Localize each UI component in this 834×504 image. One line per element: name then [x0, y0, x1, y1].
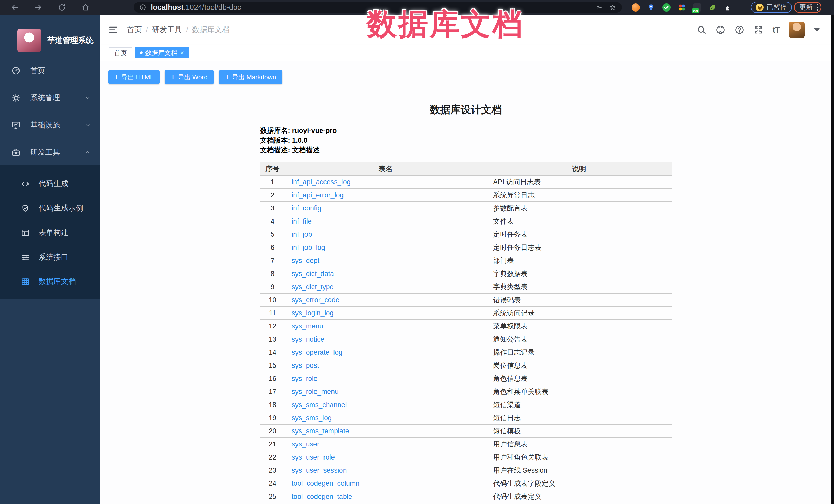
extension-grid-icon[interactable]: [678, 3, 686, 12]
extension-orange-icon[interactable]: [632, 3, 640, 12]
tag-label: 数据库文档: [145, 49, 177, 57]
bookmark-star-icon[interactable]: [609, 4, 616, 11]
sidebar-collapse-icon[interactable]: [108, 24, 119, 35]
breadcrumb-separator: /: [186, 26, 188, 34]
table-name-link[interactable]: sys_sms_template: [292, 427, 349, 435]
table-name-link[interactable]: sys_role_menu: [292, 388, 338, 396]
table-name-link[interactable]: inf_api_access_log: [292, 178, 351, 186]
table-header-row: 序号表名说明: [260, 162, 672, 176]
github-icon[interactable]: [716, 25, 725, 35]
fullscreen-icon[interactable]: [753, 25, 763, 35]
doc-meta-label: 数据库名:: [260, 127, 292, 134]
browser-update-chip[interactable]: 更新: [794, 2, 821, 13]
browser-menu-icon[interactable]: [817, 4, 818, 10]
table-name-link[interactable]: sys_dept: [292, 257, 320, 264]
extension-leaf-icon[interactable]: [709, 3, 717, 12]
doc-meta-line: 文档描述: 文档描述: [260, 145, 337, 155]
extension-pin-icon[interactable]: [647, 3, 655, 12]
chevron-up-icon: [84, 149, 91, 156]
tags-view: 首页数据库文档×: [100, 45, 834, 61]
table-cell-index: 7: [260, 254, 285, 267]
table-cell-description: 字典类型表: [486, 503, 672, 504]
table-name-link[interactable]: inf_job_log: [292, 244, 325, 251]
table-name-link[interactable]: sys_error_code: [292, 296, 339, 304]
table-name-link[interactable]: sys_dict_data: [292, 270, 334, 278]
document-title: 数据库设计文档: [260, 103, 672, 117]
table-column-header: 说明: [486, 162, 672, 176]
sidebar-item-home[interactable]: 首页: [0, 58, 100, 84]
table-cell-description: 角色和菜单关联表: [486, 385, 672, 398]
table-cell-name: sys_role: [285, 372, 486, 385]
table-name-link[interactable]: sys_post: [292, 361, 319, 369]
export-button-label: 导出 Markdown: [232, 73, 276, 82]
table-row: 2inf_api_error_log系统异常日志: [260, 189, 672, 202]
table-row: 16sys_role角色信息表: [260, 372, 672, 385]
table-name-link[interactable]: sys_user_session: [292, 466, 347, 474]
forward-icon[interactable]: [34, 3, 43, 12]
export-button[interactable]: +导出 Markdown: [219, 70, 282, 84]
table-name-link[interactable]: inf_api_error_log: [292, 191, 344, 199]
export-button[interactable]: +导出 Word: [165, 70, 214, 84]
page-scrollbar[interactable]: [831, 15, 834, 504]
gear-icon: [11, 93, 21, 103]
extension-check-icon[interactable]: [662, 3, 671, 12]
table-cell-index: 18: [260, 398, 285, 412]
table-name-link[interactable]: sys_sms_log: [292, 414, 332, 422]
sidebar-item-infra[interactable]: 基础设施: [0, 112, 100, 138]
table-cell-name: sys_login_log: [285, 307, 486, 320]
url-text[interactable]: localhost:1024/tool/db-doc: [151, 3, 241, 12]
sidebar-subitem-代码生成示例[interactable]: 代码生成示例: [0, 196, 100, 220]
table-name-link[interactable]: tool_codegen_table: [292, 493, 352, 500]
profile-paused-chip[interactable]: 已暂停: [751, 2, 792, 13]
key-icon[interactable]: [596, 4, 602, 11]
table-cell-index: 10: [260, 293, 285, 307]
tag-active-dot: [140, 51, 142, 54]
sidebar-subitem-表单构建[interactable]: 表单构建: [0, 220, 100, 245]
table-name-link[interactable]: sys_user: [292, 440, 320, 448]
annotation-watermark: 数据库文档: [367, 4, 524, 44]
table-name-link[interactable]: tool_codegen_column: [292, 480, 359, 487]
sidebar-subitem-代码生成[interactable]: 代码生成: [0, 172, 100, 196]
extension-puzzle-icon[interactable]: [724, 3, 732, 12]
back-icon[interactable]: [10, 3, 19, 12]
tag-首页[interactable]: 首页: [109, 47, 132, 58]
table-name-link[interactable]: inf_config: [292, 204, 322, 212]
chevron-down-icon[interactable]: [814, 28, 819, 31]
reload-icon[interactable]: [58, 3, 66, 12]
sidebar: 芋道管理系统 首页系统管理基础设施研发工具 代码生成代码生成示例表单构建系统接口…: [0, 15, 100, 504]
table-cell-description: 用户和角色关联表: [486, 451, 672, 464]
extension-on-icon[interactable]: on: [693, 3, 701, 12]
export-button[interactable]: +导出 HTML: [108, 70, 159, 84]
table-grid-icon: [21, 277, 29, 286]
breadcrumb-item[interactable]: 研发工具: [152, 25, 182, 35]
table-name-link[interactable]: sys_role: [292, 375, 317, 382]
app-logo-row[interactable]: 芋道管理系统: [0, 25, 100, 56]
site-info-icon[interactable]: [139, 4, 146, 11]
table-name-link[interactable]: sys_dict_type: [292, 283, 334, 291]
table-name-link[interactable]: sys_user_role: [292, 453, 335, 461]
sidebar-subitem-系统接口[interactable]: 系统接口: [0, 245, 100, 269]
table-name-link[interactable]: sys_notice: [292, 335, 325, 343]
table-name-link[interactable]: inf_file: [292, 217, 312, 225]
toolbox-icon: [11, 148, 21, 157]
help-icon[interactable]: [734, 25, 744, 35]
table-name-link[interactable]: sys_operate_log: [292, 349, 343, 356]
table-name-link[interactable]: sys_sms_channel: [292, 401, 347, 409]
font-size-icon[interactable]: tT: [773, 25, 780, 35]
sidebar-item-system[interactable]: 系统管理: [0, 85, 100, 111]
tag-数据库文档[interactable]: 数据库文档×: [135, 47, 189, 58]
tag-close-icon[interactable]: ×: [180, 50, 184, 56]
breadcrumb-item[interactable]: 首页: [127, 25, 142, 35]
table-name-link[interactable]: inf_job: [292, 231, 312, 238]
table-cell-index: 4: [260, 215, 285, 228]
home-icon[interactable]: [81, 3, 90, 12]
table-name-link[interactable]: sys_login_log: [292, 309, 334, 317]
search-icon[interactable]: [697, 25, 706, 35]
table-cell-name: sys_sms_log: [285, 412, 486, 424]
sidebar-item-devtool[interactable]: 研发工具: [0, 139, 100, 165]
sidebar-subitem-数据库文档[interactable]: 数据库文档: [0, 269, 100, 293]
table-row: 14sys_operate_log操作日志记录: [260, 346, 672, 359]
user-avatar[interactable]: [789, 22, 805, 38]
table-row: 17sys_role_menu角色和菜单关联表: [260, 385, 672, 398]
table-name-link[interactable]: sys_menu: [292, 322, 323, 330]
